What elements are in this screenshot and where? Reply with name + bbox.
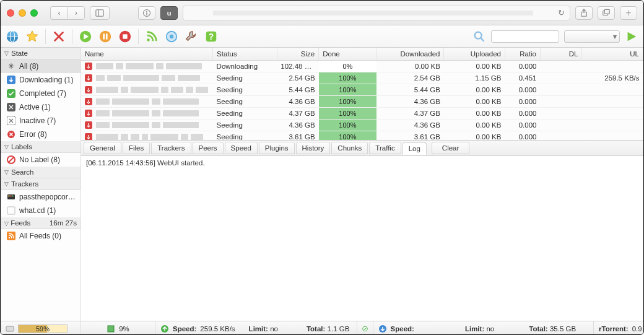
wrench-icon [185,30,198,43]
tab-history[interactable]: History [296,142,331,154]
active-icon [7,103,15,111]
stop-button[interactable] [118,30,132,43]
help-button[interactable]: ? [204,30,218,43]
torrent-status-icon [85,133,92,141]
sidebar-header-trackers[interactable]: ▽Trackers [1,178,80,190]
cell-ul: 259.5 KB/s [582,72,643,84]
sidebar-header-feeds[interactable]: ▽ Feeds16m 27s [1,217,80,229]
col-size[interactable]: Size [277,48,318,61]
cell-dl [540,61,581,72]
new-tab-button[interactable]: + [620,6,637,20]
disk1-cell[interactable]: 59% [1,321,81,335]
disk2-cell[interactable]: 9% [81,321,155,335]
tab-trackers[interactable]: Trackers [151,142,191,154]
start-button[interactable] [79,30,92,43]
minimize-window-button[interactable] [19,9,26,17]
sidebar-item-nolabel[interactable]: No Label (8) [1,153,80,167]
cell-dl [540,131,581,141]
sidebar-item-label: Inactive (7) [19,116,56,125]
tab-general[interactable]: General [84,142,121,154]
tab-speed[interactable]: Speed [225,142,258,154]
gear-icon [165,30,178,43]
sidebar-item-tracker[interactable]: what.cd (1) [1,204,80,217]
tabs-button[interactable] [598,6,615,20]
sidebar-toggle-button[interactable] [90,6,110,20]
reader-button[interactable] [138,6,155,20]
cell-status: Seeding [213,108,277,120]
back-button[interactable]: ‹ [50,6,67,20]
cell-done: 100% [319,120,376,131]
utorrent-button[interactable]: u [160,6,178,20]
svg-rect-47 [108,326,114,332]
tab-chunks[interactable]: Chunks [331,142,368,154]
all-icon: ✳ [7,62,15,71]
table-row[interactable]: Seeding 5.44 GB 100% 5.44 GB 0.00 KB 0.0… [81,84,643,96]
sidebar-item-completed[interactable]: Completed (7) [1,87,80,100]
pause-button[interactable] [98,30,112,43]
col-ul[interactable]: UL [582,48,643,61]
sidebar-item-tracker[interactable]: passthepopcorn.me [1,190,80,204]
go-button[interactable] [625,30,638,43]
plugins-button[interactable] [185,30,198,43]
col-uploaded[interactable]: Uploaded [444,48,505,61]
sidebar-header-labels[interactable]: ▽Labels [1,141,80,153]
feed-icon [7,232,15,240]
table-row[interactable]: Seeding 4.37 GB 100% 4.37 GB 0.00 KB 0.0… [81,108,643,120]
status-ok-cell[interactable] [357,321,373,335]
sidebar-header-search[interactable]: ▽Search [1,167,80,178]
table-row[interactable]: Seeding 2.54 GB 100% 2.54 GB 1.15 GB 0.4… [81,72,643,84]
remove-button[interactable] [52,30,66,43]
tab-peers[interactable]: Peers [193,142,224,154]
add-url-button[interactable] [6,30,19,43]
table-row[interactable]: Downloading 102.48 MB 0% 0.00 KB 0.00 KB… [81,61,643,72]
cell-downloaded: 0.00 KB [376,61,444,72]
search-engine-select[interactable]: ▾ [564,30,620,43]
sidebar-item-downloading[interactable]: Downloading (1) [1,73,80,87]
reload-icon[interactable]: ↻ [558,8,565,17]
col-status[interactable]: Status [213,48,277,61]
rss-button[interactable] [145,30,159,43]
table-row[interactable]: Seeding 4.36 GB 100% 4.36 GB 0.00 KB 0.0… [81,96,643,108]
table-row[interactable]: Seeding 4.36 GB 100% 4.36 GB 0.00 KB 0.0… [81,120,643,131]
col-dl[interactable]: DL [540,48,581,61]
disk-pct-text: 59% [19,325,67,333]
sidebar-item-active[interactable]: Active (1) [1,100,80,114]
search-button[interactable] [472,30,486,43]
address-bar[interactable]: ↻ [183,6,570,20]
share-button[interactable] [575,6,593,20]
sidebar-title-feeds: Feeds [11,219,30,227]
cell-ul [582,96,643,108]
sidebar-item-inactive[interactable]: Inactive (7) [1,114,80,128]
col-done[interactable]: Done [319,48,376,61]
tab-plugins[interactable]: Plugins [259,142,295,154]
col-downloaded[interactable]: Downloaded [376,48,444,61]
download-status-cell[interactable]: Speed: Limit: no Total: 35.5 GB [373,321,594,335]
col-ratio[interactable]: Ratio [505,48,540,61]
favorite-button[interactable] [25,30,39,43]
close-window-button[interactable] [7,9,14,17]
tab-traffic[interactable]: Traffic [369,142,401,154]
search-input[interactable] [491,30,559,43]
forward-button[interactable]: › [67,6,85,20]
settings-button[interactable] [165,30,178,43]
sidebar-item-allfeeds[interactable]: All Feeds (0) [1,229,80,243]
tab-log[interactable]: Log [402,142,427,155]
tab-files[interactable]: Files [123,142,150,154]
cell-done: 100% [319,72,376,84]
cell-status: Seeding [213,84,277,96]
clear-log-button[interactable]: Clear [432,142,469,154]
table-row[interactable]: Seeding 3.61 GB 100% 3.61 GB 0.00 KB 0.0… [81,131,643,141]
sidebar-item-all[interactable]: ✳All (8) [1,59,80,73]
sidebar-item-label: Error (8) [19,130,47,139]
col-name[interactable]: Name [81,48,213,61]
window-titlebar: ‹ › u ↻ + [1,1,643,25]
cell-ratio: 0.000 [505,84,540,96]
sidebar-header-state[interactable]: ▽State [1,48,80,59]
svg-rect-0 [96,9,103,16]
disk-icon [6,324,14,333]
cell-ratio: 0.000 [505,61,540,72]
maximize-window-button[interactable] [30,9,38,17]
sidebar-item-error[interactable]: Error (8) [1,128,80,141]
cell-name [81,131,213,141]
upload-status-cell[interactable]: Speed:259.5 KB/s Limit: no Total: 1.1 GB [155,321,357,335]
